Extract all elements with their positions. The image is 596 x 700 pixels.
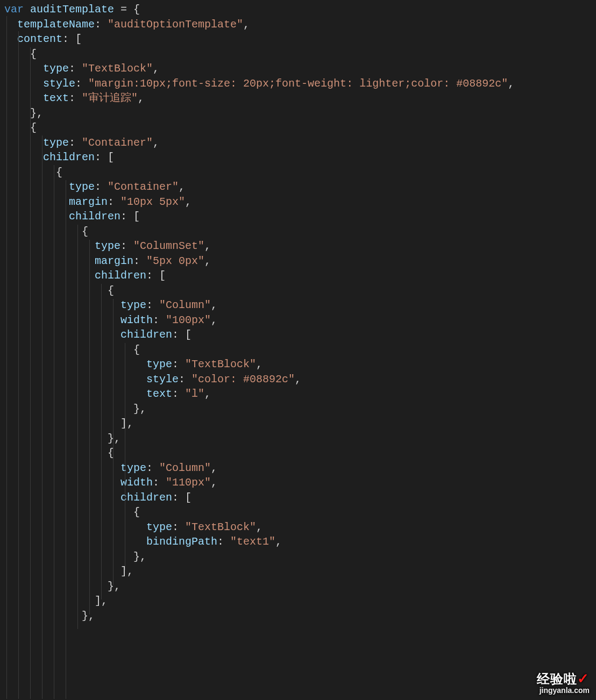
code-line[interactable]: text: "审计追踪", [4, 91, 596, 106]
code-line[interactable]: children: [ [4, 268, 596, 283]
code-line[interactable]: type: "Container", [4, 180, 596, 195]
code-line[interactable]: style: "color: #08892c", [4, 372, 596, 387]
code-token: "10px 5px" [120, 196, 185, 208]
code-token: ], [4, 417, 133, 430]
code-line[interactable]: }, [4, 609, 596, 624]
code-line[interactable]: text: "l", [4, 387, 596, 402]
code-line[interactable]: var auditTemplate = { [4, 2, 596, 17]
code-token: { [4, 166, 62, 178]
code-token: , [204, 240, 211, 252]
code-token: , [211, 314, 217, 326]
code-token: , [153, 62, 159, 75]
code-token [4, 137, 43, 149]
code-token: }, [4, 610, 95, 622]
code-token: : [69, 92, 82, 104]
code-token: "110px" [166, 476, 211, 489]
code-token: "text1" [230, 535, 275, 548]
code-token: type [120, 462, 146, 474]
code-line[interactable]: { [4, 342, 596, 358]
code-token: : [ [62, 33, 82, 45]
code-token: , [256, 521, 262, 533]
code-token [4, 328, 120, 341]
code-line[interactable]: type: "TextBlock", [4, 357, 596, 372]
code-token: }, [4, 580, 120, 592]
code-line[interactable]: type: "ColumnSet", [4, 239, 596, 254]
code-line[interactable]: ], [4, 416, 596, 431]
code-line[interactable]: children: [ [4, 490, 596, 505]
code-token: : [217, 535, 230, 548]
code-token: { [4, 344, 140, 356]
code-token: , [275, 535, 282, 548]
code-token: : [95, 18, 108, 31]
code-token: , [211, 299, 217, 311]
code-line[interactable]: { [4, 505, 596, 520]
code-token: text [43, 92, 69, 104]
code-token: , [295, 373, 301, 385]
code-token: : [172, 521, 185, 533]
code-token: auditTemplate [30, 3, 114, 16]
code-line[interactable]: }, [4, 402, 596, 417]
code-token: children [95, 269, 146, 282]
code-line[interactable]: { [4, 165, 596, 180]
code-line[interactable]: }, [4, 579, 596, 594]
code-token [4, 62, 43, 75]
code-token: : [146, 462, 159, 474]
code-line[interactable]: width: "110px", [4, 475, 596, 490]
code-token [4, 33, 17, 45]
code-token: : [179, 373, 191, 385]
code-line[interactable]: templateName: "auditOptionTemplate", [4, 17, 596, 32]
code-token: : [108, 196, 120, 208]
code-line[interactable]: type: "Column", [4, 298, 596, 313]
code-token: { [127, 3, 140, 16]
code-token: , [256, 358, 262, 370]
code-line[interactable]: { [4, 224, 596, 239]
code-token [4, 181, 69, 193]
code-token: "Container" [108, 181, 179, 193]
code-line[interactable]: margin: "10px 5px", [4, 195, 596, 210]
code-token: : [172, 358, 185, 370]
code-line[interactable]: }, [4, 431, 596, 446]
code-line[interactable]: }, [4, 106, 596, 121]
code-token: { [4, 122, 37, 134]
code-token: style [43, 77, 75, 90]
code-line[interactable]: style: "margin:10px;font-size: 20px;font… [4, 76, 596, 91]
watermark: 经验啦✓ jingyanla.com [537, 671, 590, 695]
code-line[interactable]: bindingPath: "text1", [4, 534, 596, 549]
code-token: : [153, 476, 166, 489]
code-token: ], [4, 595, 108, 607]
watermark-sub: jingyanla.com [537, 687, 590, 695]
code-token: "TextBlock" [185, 358, 256, 370]
code-token: , [211, 476, 217, 489]
code-line[interactable]: { [4, 283, 596, 298]
code-token: , [211, 462, 217, 474]
code-token: margin [95, 255, 133, 267]
code-line[interactable]: { [4, 446, 596, 461]
code-line[interactable]: ], [4, 594, 596, 609]
code-line[interactable]: ], [4, 564, 596, 579]
code-line[interactable]: children: [ [4, 209, 596, 224]
code-line[interactable]: children: [ [4, 327, 596, 342]
code-editor[interactable]: var auditTemplate = { templateName: "aud… [0, 0, 596, 623]
code-line[interactable]: }, [4, 549, 596, 565]
code-token: type [69, 181, 95, 193]
code-token [114, 3, 120, 16]
code-line[interactable]: { [4, 47, 596, 62]
code-token: type [120, 299, 146, 311]
code-line[interactable]: width: "100px", [4, 313, 596, 328]
code-token [4, 521, 146, 533]
code-line[interactable]: children: [ [4, 150, 596, 165]
code-line[interactable]: type: "Column", [4, 461, 596, 476]
code-token: text [146, 388, 172, 400]
code-token: "auditOptionTemplate" [108, 18, 243, 31]
code-line[interactable]: { [4, 120, 596, 135]
code-token: width [120, 314, 153, 326]
code-line[interactable]: type: "TextBlock", [4, 61, 596, 76]
code-token: children [43, 151, 95, 163]
code-line[interactable]: content: [ [4, 32, 596, 47]
code-token: : [133, 255, 146, 267]
code-token: type [146, 358, 172, 370]
code-line[interactable]: margin: "5px 0px", [4, 254, 596, 269]
code-token: "l" [185, 388, 204, 400]
code-line[interactable]: type: "TextBlock", [4, 520, 596, 535]
code-line[interactable]: type: "Container", [4, 135, 596, 151]
